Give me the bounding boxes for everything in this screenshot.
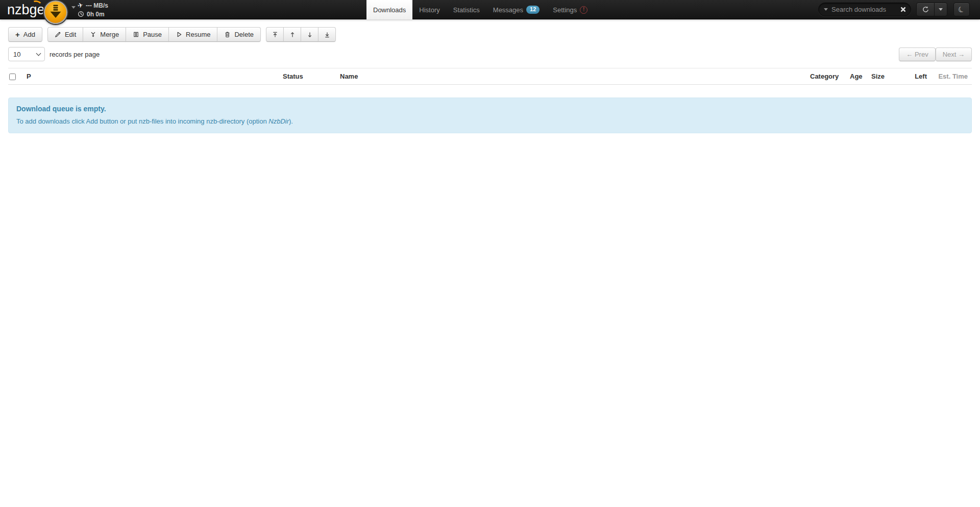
- moon-icon: ☾: [957, 4, 967, 15]
- prev-page-button[interactable]: ← Prev: [899, 47, 935, 61]
- tab-downloads[interactable]: Downloads: [366, 0, 412, 19]
- header-status: Status: [279, 68, 336, 85]
- logo-block: nzbget: [7, 0, 48, 19]
- alert-message: To add downloads click Add button or put…: [16, 117, 964, 125]
- records-per-page-select[interactable]: 10: [8, 47, 45, 61]
- tab-history-label: History: [419, 6, 439, 14]
- trash-icon: [224, 31, 231, 38]
- search-options-caret-icon[interactable]: [824, 8, 828, 11]
- speed-indicator[interactable]: ✈ --- MB/s: [78, 1, 108, 10]
- header-category: Category: [806, 68, 846, 85]
- queue-toolbar: + Add Edit Merge Pause: [8, 27, 972, 42]
- merge-icon: [90, 31, 96, 38]
- status-block: ✈ --- MB/s 0h 0m: [78, 1, 108, 18]
- empty-queue-alert: Download queue is empty. To add download…: [8, 98, 972, 133]
- alert-title: Download queue is empty.: [16, 105, 964, 113]
- resume-button[interactable]: Resume: [168, 27, 217, 42]
- logo-text: nzbget: [7, 2, 48, 17]
- pencil-icon: [55, 31, 61, 38]
- pause-icon: [133, 31, 139, 38]
- header-est-time: Est. Time: [931, 68, 972, 85]
- header-name: Name: [336, 68, 806, 85]
- header-left: Left: [903, 68, 931, 85]
- downloads-table: P Status Name Category Age Size Left Est…: [8, 68, 972, 85]
- delete-button-label: Delete: [234, 31, 254, 38]
- pause-button[interactable]: Pause: [126, 27, 169, 42]
- arrow-to-top-icon: [272, 31, 279, 38]
- time-indicator: 0h 0m: [78, 10, 108, 18]
- move-to-bottom-button[interactable]: [318, 27, 336, 42]
- settings-warning-icon: !: [580, 6, 587, 14]
- tab-statistics[interactable]: Statistics: [447, 0, 486, 19]
- tab-downloads-label: Downloads: [373, 6, 406, 14]
- select-all-cell: [8, 68, 22, 85]
- arrow-to-bottom-icon: [324, 31, 331, 38]
- tab-settings[interactable]: Settings !: [546, 0, 594, 19]
- list-controls-row: 10 records per page ← Prev Next →: [8, 47, 972, 61]
- add-button-label: Add: [23, 31, 35, 38]
- time-left-value: 0h 0m: [87, 11, 105, 18]
- merge-button-label: Merge: [100, 31, 119, 38]
- search-box: [818, 3, 911, 16]
- app-logo: nzbget: [7, 0, 48, 19]
- move-to-top-button[interactable]: [266, 27, 284, 42]
- tab-messages[interactable]: Messages 12: [486, 0, 547, 19]
- move-up-button[interactable]: [283, 27, 301, 42]
- theme-toggle-button[interactable]: ☾: [953, 3, 970, 16]
- arrow-down-icon: [306, 31, 313, 38]
- arrow-up-icon: [289, 31, 296, 38]
- refresh-button[interactable]: [916, 3, 935, 16]
- logo-dropdown-caret-icon[interactable]: [71, 6, 76, 9]
- records-per-page-label: records per page: [50, 51, 100, 58]
- download-arrow-icon: [45, 2, 66, 22]
- refresh-icon: [922, 6, 929, 13]
- edit-actions-group: Edit Merge Pause Resume De: [47, 27, 261, 42]
- header-size: Size: [867, 68, 903, 85]
- select-all-checkbox[interactable]: [9, 74, 16, 80]
- records-select-wrap: 10: [8, 47, 45, 61]
- navbar-right-controls: ☾: [818, 3, 970, 16]
- resume-play-icon: [176, 31, 182, 38]
- tab-settings-label: Settings: [553, 6, 577, 14]
- top-navbar: nzbget ✈ --- MB/s 0h 0m: [0, 0, 980, 19]
- pause-button-label: Pause: [143, 31, 162, 38]
- speed-plane-icon: ✈: [77, 1, 84, 10]
- add-button[interactable]: + Add: [8, 27, 42, 42]
- search-input[interactable]: [831, 6, 900, 13]
- delete-button[interactable]: Delete: [217, 27, 261, 42]
- plus-icon: +: [15, 31, 20, 38]
- resume-button-label: Resume: [186, 31, 210, 38]
- alert-message-suffix: ).: [289, 117, 293, 125]
- pagination: ← Prev Next →: [899, 47, 972, 61]
- refresh-dropdown-button[interactable]: [934, 3, 947, 16]
- messages-count-badge: 12: [526, 6, 540, 14]
- download-toggle-badge[interactable]: [44, 1, 67, 24]
- speed-value: --- MB/s: [86, 2, 108, 9]
- merge-button[interactable]: Merge: [83, 27, 126, 42]
- header-age: Age: [846, 68, 867, 85]
- alert-option-name: NzbDir: [268, 117, 289, 125]
- tab-statistics-label: Statistics: [453, 6, 480, 14]
- main-nav-tabs: Downloads History Statistics Messages 12…: [366, 0, 594, 19]
- prev-page-label: ← Prev: [906, 51, 928, 58]
- edit-button[interactable]: Edit: [47, 27, 83, 42]
- move-down-button[interactable]: [301, 27, 318, 42]
- next-page-label: Next →: [943, 51, 965, 58]
- search-clear-icon[interactable]: [900, 6, 906, 13]
- move-actions-group: [266, 27, 336, 42]
- refresh-caret-icon: [939, 8, 943, 11]
- clock-icon: [78, 11, 84, 17]
- next-page-button[interactable]: Next →: [936, 47, 972, 61]
- tab-messages-label: Messages: [493, 6, 523, 14]
- header-priority: P: [22, 68, 279, 85]
- tab-history[interactable]: History: [412, 0, 446, 19]
- alert-message-prefix: To add downloads click Add button or put…: [16, 117, 268, 125]
- edit-button-label: Edit: [65, 31, 76, 38]
- table-header-row: P Status Name Category Age Size Left Est…: [8, 68, 972, 85]
